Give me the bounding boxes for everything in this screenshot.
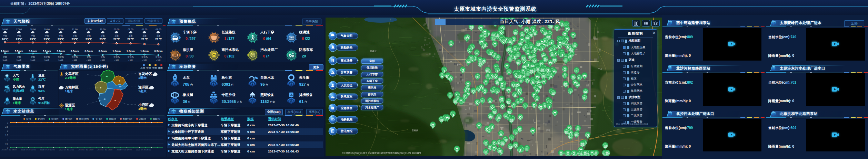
svg-text:2.5: 2.5 <box>5 126 8 128</box>
svg-text:北风: 北风 <box>87 56 91 59</box>
svg-text:1.3mm: 1.3mm <box>112 50 121 53</box>
svg-text:柴村: 柴村 <box>457 64 461 66</box>
svg-text:北风: 北风 <box>101 56 105 59</box>
svg-text:2023-07-30 14:00: 2023-07-30 14:00 <box>117 149 131 151</box>
svg-text:1.3mm: 1.3mm <box>140 50 149 53</box>
svg-text:5.1mm: 5.1mm <box>43 50 51 53</box>
svg-text:东山: 东山 <box>598 67 602 70</box>
svg-text:晋祠镇: 晋祠镇 <box>412 129 418 132</box>
svg-text:北风: 北风 <box>31 56 35 59</box>
svg-text:3-4级: 3-4级 <box>44 59 50 61</box>
svg-text:<3级: <3级 <box>100 59 105 61</box>
svg-text:0.5: 0.5 <box>5 142 8 145</box>
svg-text:0.9mm: 0.9mm <box>99 50 107 53</box>
svg-text:2023-07-30 11:00: 2023-07-30 11:00 <box>59 149 74 151</box>
svg-text:<3级: <3级 <box>114 59 119 61</box>
svg-text:东北风: 东北风 <box>141 56 148 59</box>
svg-text:东北风: 东北风 <box>72 56 78 59</box>
svg-text:<3级: <3级 <box>87 59 91 61</box>
svg-text:3-4级: 3-4级 <box>58 59 63 61</box>
svg-text:东北风: 东北风 <box>155 56 161 59</box>
svg-text:1.5: 1.5 <box>5 134 8 136</box>
svg-text:东北风: 东北风 <box>113 56 120 59</box>
svg-text:<3级: <3级 <box>72 59 77 61</box>
svg-text:3-4级: 3-4级 <box>30 59 36 61</box>
svg-text:3.1mm: 3.1mm <box>57 50 65 53</box>
svg-text:3-4级: 3-4级 <box>2 59 8 61</box>
svg-text:北风: 北风 <box>3 56 7 59</box>
svg-text:2023-07-30 08:00: 2023-07-30 08:00 <box>1 149 16 151</box>
svg-text:2: 2 <box>7 130 8 132</box>
svg-text:1: 1 <box>7 138 8 141</box>
svg-text:阳曲镇: 阳曲镇 <box>370 50 377 53</box>
svg-text:3.1mm: 3.1mm <box>29 50 37 53</box>
svg-text:1.2mm: 1.2mm <box>127 50 135 53</box>
svg-text:北风: 北风 <box>17 56 21 59</box>
svg-text:2023-07-30 12:00: 2023-07-30 12:00 <box>78 149 93 151</box>
svg-text:2023-07-30 09:00: 2023-07-30 09:00 <box>21 149 36 151</box>
svg-text:2023-07-30 10:00: 2023-07-30 10:00 <box>40 149 54 151</box>
svg-text:0.5mm: 0.5mm <box>71 50 79 53</box>
svg-text:1.6mm: 1.6mm <box>1 50 9 53</box>
svg-text:5.5mm: 5.5mm <box>15 50 23 53</box>
svg-text:0.5mm: 0.5mm <box>154 50 163 53</box>
svg-text:<3级: <3级 <box>156 59 161 61</box>
svg-text:<3级: <3级 <box>128 59 133 61</box>
svg-text:东北风: 东北风 <box>128 56 134 59</box>
svg-text:东北风: 东北风 <box>58 56 64 59</box>
svg-text:3-4级: 3-4级 <box>17 59 22 61</box>
svg-text:3: 3 <box>7 121 8 124</box>
svg-text:©天地图GS(2023)3124号 ©太原市测绘研究院: ©天地图GS(2023)3124号 ©太原市测绘研究院 审图号晋S(2021)0… <box>342 152 421 155</box>
svg-text:中涧河: 中涧河 <box>567 43 573 45</box>
svg-text:武宿: 武宿 <box>546 129 550 132</box>
svg-text:<3级: <3级 <box>142 59 147 61</box>
svg-text:0.3mm: 0.3mm <box>84 50 93 53</box>
svg-text:东北风: 东北风 <box>44 56 50 59</box>
svg-text:2023-07-30 15:00: 2023-07-30 15:00 <box>136 149 151 151</box>
svg-text:2023-07-30 13:00: 2023-07-30 13:00 <box>97 149 112 151</box>
